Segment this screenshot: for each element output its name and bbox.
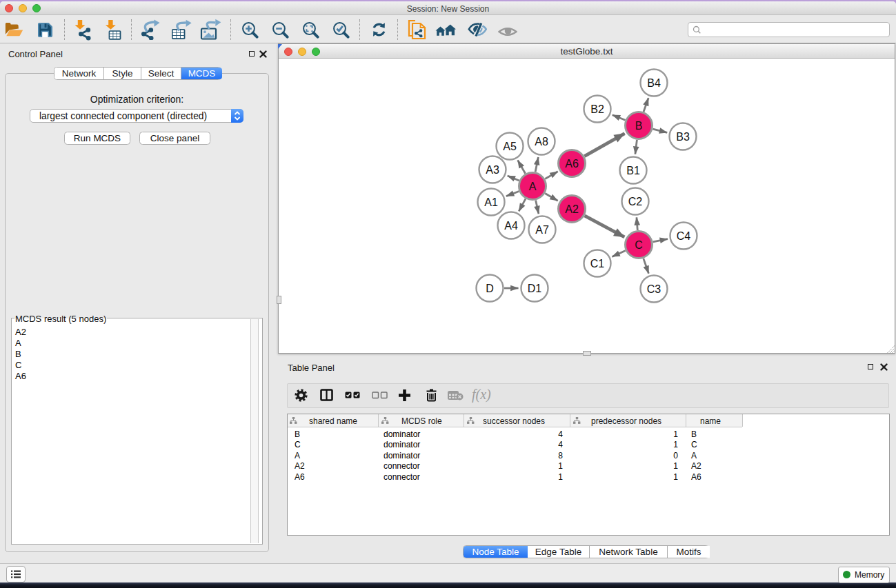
svg-text:A: A: [529, 181, 537, 192]
svg-text:A3: A3: [486, 164, 499, 176]
svg-text:C: C: [635, 239, 643, 251]
svg-text:A1: A1: [484, 196, 498, 208]
svg-text:B3: B3: [676, 131, 690, 143]
svg-text:D: D: [486, 283, 494, 294]
svg-text:A6: A6: [565, 158, 579, 170]
svg-text:A4: A4: [504, 220, 518, 232]
svg-text:B1: B1: [626, 165, 640, 176]
svg-text:A8: A8: [535, 136, 548, 148]
svg-text:D1: D1: [528, 283, 542, 294]
svg-text:C4: C4: [677, 230, 691, 242]
svg-text:B: B: [635, 120, 643, 132]
svg-text:C1: C1: [590, 258, 605, 270]
svg-text:A5: A5: [503, 141, 517, 152]
svg-text:A7: A7: [535, 224, 549, 236]
svg-text:C3: C3: [647, 283, 661, 295]
svg-text:B2: B2: [590, 103, 604, 115]
svg-text:B4: B4: [647, 77, 661, 89]
svg-text:C2: C2: [628, 196, 643, 207]
svg-text:A2: A2: [565, 203, 579, 215]
